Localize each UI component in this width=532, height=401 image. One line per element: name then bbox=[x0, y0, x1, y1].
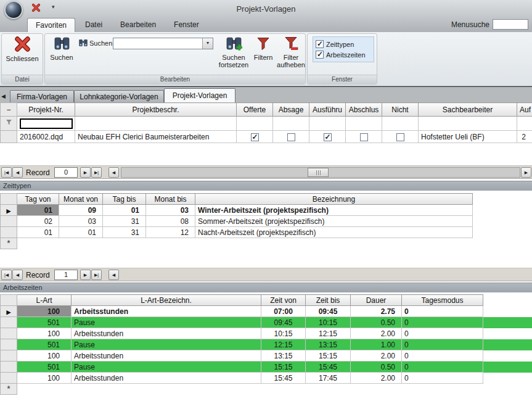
current-row-marker-icon[interactable]: ▶ bbox=[1, 205, 17, 216]
table-row[interactable]: 100 Arbeitsstunden 13:15 15:15 2.00 0 bbox=[1, 350, 532, 362]
table-row[interactable]: 02 03 31 08 Sommer-Arbeitszeit (projekts… bbox=[1, 216, 532, 227]
current-row-marker-icon[interactable]: ▶ bbox=[1, 306, 17, 317]
cell-nicht[interactable] bbox=[382, 131, 419, 143]
new-row[interactable]: * bbox=[1, 238, 532, 249]
record-number[interactable]: 1 bbox=[54, 270, 78, 280]
table-row[interactable]: 501 Pause 12:15 13:15 1.00 0 bbox=[1, 339, 532, 350]
zeittypen-checkbox[interactable]: Zeittypen bbox=[316, 40, 371, 48]
table-row[interactable]: 501 Pause 09:45 10:15 0.50 0 bbox=[1, 317, 532, 328]
menusuche-input[interactable] bbox=[493, 19, 528, 30]
table-row[interactable]: 501 Pause 15:15 15:45 0.50 0 bbox=[1, 362, 532, 373]
record-number[interactable]: 0 bbox=[54, 167, 78, 178]
cell-abschlus[interactable] bbox=[346, 131, 382, 143]
row-selector[interactable] bbox=[1, 350, 17, 362]
col-zeit-bis[interactable]: Zeit bis bbox=[306, 295, 351, 306]
new-row[interactable]: * bbox=[1, 384, 532, 395]
suchen-fortsetzen-button[interactable]: Suchen fortsetzen bbox=[218, 36, 250, 68]
filter-cell[interactable] bbox=[346, 117, 382, 131]
combobox-dropdown-icon[interactable]: ▾ bbox=[202, 38, 213, 49]
checkbox-icon[interactable] bbox=[251, 133, 259, 141]
col-tag-von[interactable]: Tag von bbox=[17, 194, 59, 205]
cell-offerte[interactable] bbox=[237, 131, 273, 143]
filter-cell[interactable] bbox=[75, 117, 237, 131]
horizontal-scrollbar[interactable] bbox=[121, 167, 520, 178]
col-projekt-nr[interactable]: Projekt-Nr. bbox=[17, 103, 75, 117]
col-tag-bis[interactable]: Tag bis bbox=[103, 194, 146, 205]
table-row[interactable]: ▶ 100 Arbeitsstunden 07:00 09:45 2.75 0 bbox=[1, 306, 532, 317]
checkbox-icon[interactable] bbox=[316, 40, 324, 48]
checkbox-icon[interactable] bbox=[287, 133, 295, 141]
col-zeit-von[interactable]: Zeit von bbox=[261, 295, 306, 306]
hscroll-left-button[interactable]: ◀ bbox=[108, 167, 119, 178]
col-offerte[interactable]: Offerte bbox=[237, 103, 273, 117]
filter-cell[interactable] bbox=[517, 117, 532, 131]
prev-record-button[interactable]: ◀ bbox=[12, 270, 23, 280]
last-record-button[interactable]: ▶| bbox=[91, 167, 102, 178]
suchen-button[interactable]: Suchen bbox=[47, 36, 76, 61]
filter-cell[interactable] bbox=[237, 117, 273, 131]
col-l-art[interactable]: L-Art bbox=[17, 295, 72, 306]
hscroll-left-button[interactable]: ◀ bbox=[108, 270, 119, 280]
col-tagesmodus[interactable]: Tagesmodus bbox=[402, 295, 483, 306]
row-selector[interactable] bbox=[1, 339, 17, 350]
row-selector[interactable] bbox=[1, 131, 17, 143]
ribbon-tab-favoriten[interactable]: Favoriten bbox=[27, 18, 75, 32]
col-dauer[interactable]: Dauer bbox=[351, 295, 402, 306]
col-l-art-bezeichn[interactable]: L-Art-Bezeichn. bbox=[72, 295, 261, 306]
checkbox-icon[interactable] bbox=[396, 133, 404, 141]
new-row-marker-icon[interactable]: * bbox=[1, 384, 17, 395]
col-abschlus[interactable]: Abschlus bbox=[346, 103, 382, 117]
last-record-button[interactable]: ▶| bbox=[91, 270, 102, 280]
tab-lohnkategorie-vorlagen[interactable]: Lohnkategorie-Vorlagen bbox=[74, 90, 164, 102]
ribbon-tab-bearbeiten[interactable]: Bearbeiten bbox=[112, 18, 164, 32]
table-row[interactable]: 2016002.dqd Neubau EFH Clerici Baumeiste… bbox=[1, 131, 532, 143]
first-record-button[interactable]: |◀ bbox=[1, 270, 12, 280]
row-selector[interactable] bbox=[1, 373, 17, 384]
schliessen-button[interactable]: Schliessen bbox=[6, 36, 39, 62]
tab-firma-vorlagen[interactable]: Firma-Vorlagen bbox=[10, 90, 74, 102]
checkbox-icon[interactable] bbox=[316, 51, 324, 59]
row-selector[interactable] bbox=[1, 227, 17, 238]
filtern-button[interactable]: Filtern bbox=[251, 36, 276, 61]
col-ausfuehru[interactable]: Ausführu bbox=[309, 103, 346, 117]
filter-cell[interactable] bbox=[419, 117, 517, 131]
filter-cell[interactable] bbox=[273, 117, 309, 131]
col-bezeichnung[interactable]: Bezeichnung bbox=[195, 194, 473, 205]
filter-cell[interactable] bbox=[309, 117, 346, 131]
next-record-button[interactable]: ▶ bbox=[80, 270, 91, 280]
filter-cell[interactable] bbox=[382, 117, 419, 131]
tab-projekt-vorlagen[interactable]: Projekt-Vorlagen bbox=[164, 88, 235, 102]
new-row-marker-icon[interactable]: * bbox=[1, 238, 17, 249]
checkbox-icon[interactable] bbox=[324, 133, 332, 141]
col-monat-von[interactable]: Monat von bbox=[59, 194, 103, 205]
row-selector[interactable] bbox=[1, 362, 17, 373]
first-record-button[interactable]: |◀ bbox=[1, 167, 12, 178]
search-combobox-input[interactable] bbox=[114, 39, 200, 48]
table-row[interactable]: 100 Arbeitsstunden 15:45 17:45 2.00 0 bbox=[1, 373, 532, 384]
col-monat-bis[interactable]: Monat bis bbox=[146, 194, 195, 205]
table-row[interactable]: 01 01 31 12 Nacht-Arbeitszeit (projektsp… bbox=[1, 227, 532, 238]
prev-record-button[interactable]: ◀ bbox=[12, 167, 23, 178]
next-record-button[interactable]: ▶ bbox=[80, 167, 91, 178]
filter-projekt-nr-input[interactable] bbox=[20, 118, 73, 129]
row-selector[interactable] bbox=[1, 328, 17, 339]
hscroll-right-button[interactable]: ▶ bbox=[521, 167, 531, 178]
row-selector[interactable] bbox=[1, 216, 17, 227]
cell-ausfuehru[interactable] bbox=[309, 131, 346, 143]
col-auf[interactable]: Auf bbox=[517, 103, 532, 117]
row-selector[interactable] bbox=[1, 317, 17, 328]
grid-corner-button[interactable]: − bbox=[1, 103, 17, 117]
arbeitszeiten-checkbox[interactable]: Arbeitszeiten bbox=[316, 51, 371, 59]
search-combobox[interactable]: ▾ bbox=[113, 38, 213, 49]
col-absage[interactable]: Absage bbox=[273, 103, 309, 117]
cell-absage[interactable] bbox=[273, 131, 309, 143]
scrollbar-thumb[interactable] bbox=[308, 168, 329, 177]
table-row[interactable]: ▶ 01 09 01 03 Winter-Arbeitszeit (projek… bbox=[1, 205, 532, 216]
app-menu-orb[interactable] bbox=[4, 1, 23, 19]
col-nicht[interactable]: Nicht bbox=[382, 103, 419, 117]
ribbon-tab-fenster[interactable]: Fenster bbox=[166, 18, 207, 32]
ribbon-tab-datei[interactable]: Datei bbox=[77, 18, 110, 32]
table-row[interactable]: 100 Arbeitsstunden 10:15 12:15 2.00 0 bbox=[1, 328, 532, 339]
col-projektbeschr[interactable]: Projektbeschr. bbox=[75, 103, 237, 117]
tab-scroll-left-icon[interactable]: ◀ bbox=[1, 93, 6, 99]
